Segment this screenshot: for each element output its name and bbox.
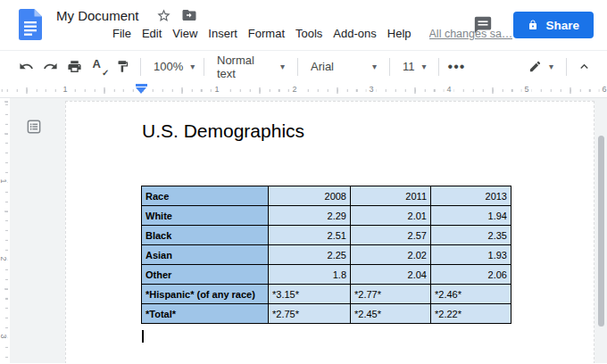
vertical-scrollbar-thumb[interactable] xyxy=(598,136,604,327)
font-family-value: Arial xyxy=(311,60,334,73)
table-row: White 2.29 2.01 1.94 xyxy=(142,206,511,226)
first-line-indent-bar[interactable] xyxy=(136,84,147,87)
horizontal-ruler[interactable]: 1 1 2 3 4 5 6 xyxy=(0,82,607,98)
toolbar-separator xyxy=(389,58,390,76)
pencil-icon xyxy=(528,60,542,73)
table-cell[interactable]: *Total* xyxy=(142,304,269,324)
zoom-dropdown[interactable]: 100% ▾ xyxy=(146,55,198,79)
menu-tools[interactable]: Tools xyxy=(290,27,328,40)
table-cell[interactable]: Other xyxy=(142,265,269,285)
document-canvas: 1 2 3 U.S. Demographics Race 2008 2011 2… xyxy=(0,98,607,363)
left-indent-marker[interactable] xyxy=(135,84,147,94)
chevron-down-icon: ▾ xyxy=(549,62,553,71)
more-options-icon[interactable]: ••• xyxy=(445,55,469,79)
table-cell[interactable]: 2.51 xyxy=(269,226,351,245)
lock-icon xyxy=(528,19,538,31)
redo-icon[interactable] xyxy=(38,55,62,79)
undo-icon[interactable] xyxy=(14,55,38,79)
more-dots: ••• xyxy=(448,59,466,75)
menu-addons[interactable]: Add-ons xyxy=(328,27,381,40)
table-cell[interactable]: *2.46* xyxy=(431,285,511,304)
table-header-row: Race 2008 2011 2013 xyxy=(142,186,511,206)
chevron-down-icon: ▾ xyxy=(190,62,195,71)
toolbar-separator xyxy=(438,58,439,76)
menu-view[interactable]: View xyxy=(167,27,203,40)
table-cell[interactable]: *3.15* xyxy=(269,285,351,304)
table-row: Asian 2.25 2.02 1.93 xyxy=(142,245,511,265)
table-cell[interactable]: 2.35 xyxy=(431,226,511,245)
table-cell[interactable]: *2.45* xyxy=(351,304,431,324)
table-cell[interactable]: 2.57 xyxy=(351,226,431,245)
document-outline-icon[interactable] xyxy=(26,119,41,134)
table-cell[interactable]: Asian xyxy=(142,245,269,265)
table-row: Black 2.51 2.57 2.35 xyxy=(142,226,511,245)
table-row: Other 1.8 2.04 2.06 xyxy=(142,265,511,285)
top-bar: My Document File Edit View Insert Format… xyxy=(0,0,607,51)
ruler-mark: 4 xyxy=(444,85,453,95)
font-family-dropdown[interactable]: Arial ▾ xyxy=(304,55,384,79)
editing-mode-dropdown[interactable]: ▾ xyxy=(521,55,561,79)
paragraph-style-value: Normal text xyxy=(217,54,273,80)
left-indent-triangle[interactable] xyxy=(136,87,146,94)
ruler-ticks xyxy=(0,82,607,97)
table-cell[interactable]: 2.01 xyxy=(351,206,431,226)
table-cell[interactable]: 2.25 xyxy=(269,245,351,265)
share-button[interactable]: Share xyxy=(513,12,594,38)
spellcheck-letter: A xyxy=(93,57,101,70)
ruler-mark: 1 xyxy=(0,177,8,185)
table-cell[interactable]: 2013 xyxy=(431,186,511,206)
paragraph-style-dropdown[interactable]: Normal text ▾ xyxy=(210,55,292,79)
spellcheck-check: ✓ xyxy=(102,68,109,78)
document-page[interactable]: U.S. Demographics Race 2008 2011 2013 Wh… xyxy=(65,101,595,363)
table-cell[interactable]: 2008 xyxy=(269,186,351,206)
toolbar: A ✓ 100% ▾ Normal text ▾ Arial ▾ 11 ▾ ••… xyxy=(0,51,607,82)
document-title[interactable]: My Document xyxy=(56,8,139,23)
google-docs-logo-icon[interactable] xyxy=(19,9,42,40)
table-cell[interactable]: 1.8 xyxy=(269,265,351,285)
table-cell[interactable]: 2.29 xyxy=(269,206,351,226)
table-row: *Total* *2.75* *2.45* *2.22* xyxy=(142,304,511,324)
toolbar-separator xyxy=(204,58,204,76)
table-cell[interactable]: *2.75* xyxy=(269,304,351,324)
ruler-mark: 5 xyxy=(521,85,531,95)
move-to-folder-icon[interactable] xyxy=(181,7,197,23)
print-icon[interactable] xyxy=(62,55,87,79)
table-cell[interactable]: Black xyxy=(142,226,269,245)
toolbar-separator xyxy=(566,58,567,76)
zoom-value: 100% xyxy=(154,60,183,73)
star-icon[interactable] xyxy=(156,7,172,23)
spellcheck-icon[interactable]: A ✓ xyxy=(87,55,111,79)
table-cell[interactable]: 1.93 xyxy=(431,245,511,265)
table-cell[interactable]: 2.04 xyxy=(351,265,431,285)
paint-format-icon[interactable] xyxy=(111,55,135,79)
demographics-table: Race 2008 2011 2013 White 2.29 2.01 1.94… xyxy=(141,186,511,324)
text-cursor xyxy=(142,330,144,343)
table-cell[interactable]: *2.22* xyxy=(431,304,511,324)
ruler-mark: 2 xyxy=(289,85,299,95)
table-cell[interactable]: 1.94 xyxy=(431,206,511,226)
menu-edit[interactable]: Edit xyxy=(137,27,167,40)
comment-icon[interactable] xyxy=(472,14,494,36)
table-cell[interactable]: *Hispanic* (of any race) xyxy=(142,285,269,304)
table-cell[interactable]: 2.06 xyxy=(431,265,511,285)
font-size-value: 11 xyxy=(403,60,415,73)
chevron-down-icon: ▾ xyxy=(280,62,285,71)
menu-insert[interactable]: Insert xyxy=(203,27,243,40)
table-cell[interactable]: *2.77* xyxy=(351,285,431,304)
ruler-mark: 1 xyxy=(212,85,221,95)
font-size-dropdown[interactable]: 11 ▾ xyxy=(395,55,433,79)
chevron-down-icon: ▾ xyxy=(372,62,377,71)
table-cell[interactable]: 2.02 xyxy=(351,245,431,265)
table-cell[interactable]: Race xyxy=(142,186,269,206)
menu-help[interactable]: Help xyxy=(382,27,417,40)
toolbar-separator xyxy=(140,58,141,76)
table-cell[interactable]: 2011 xyxy=(351,186,431,206)
toolbar-separator xyxy=(297,58,298,76)
menu-format[interactable]: Format xyxy=(243,27,290,40)
collapse-toolbar-icon[interactable] xyxy=(572,55,596,79)
vertical-ruler[interactable]: 1 2 3 xyxy=(0,98,10,363)
menu-file[interactable]: File xyxy=(107,27,137,40)
document-heading[interactable]: U.S. Demographics xyxy=(142,120,304,142)
share-button-label: Share xyxy=(545,19,579,32)
table-cell[interactable]: White xyxy=(142,206,269,226)
